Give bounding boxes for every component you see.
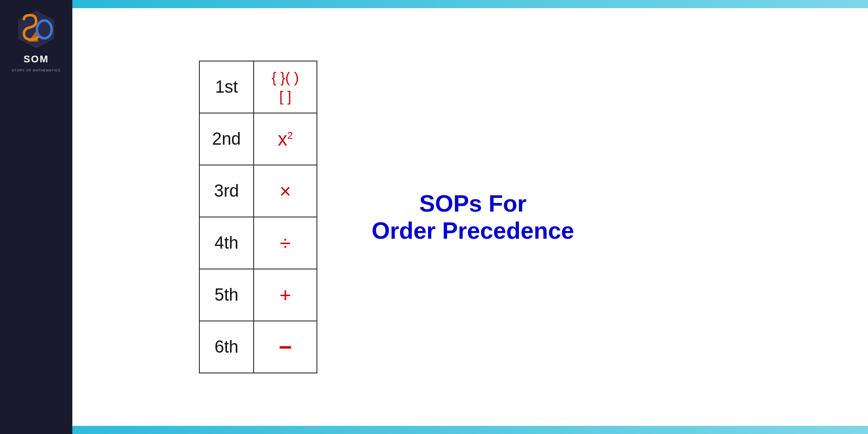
- symbol-brackets: { }( )[ ]: [254, 61, 317, 113]
- table-row: 2nd x2: [199, 113, 317, 165]
- rank-5th: 5th: [199, 269, 254, 321]
- main-content: 1st { }( )[ ] 2nd x2 3rd × 4th ÷ 5th + 6…: [72, 8, 868, 426]
- logo-container: SOM STORY OF MATHEMATICS: [12, 9, 60, 72]
- order-table: 1st { }( )[ ] 2nd x2 3rd × 4th ÷ 5th + 6…: [199, 61, 317, 373]
- symbol-subtract: −: [254, 321, 317, 373]
- sidebar: SOM STORY OF MATHEMATICS: [0, 0, 72, 434]
- title-line2: Order Precedence: [372, 217, 574, 244]
- logo-text: SOM: [24, 53, 49, 65]
- logo-subtext: STORY OF MATHEMATICS: [12, 69, 60, 72]
- symbol-multiply: ×: [254, 165, 317, 217]
- rank-3rd: 3rd: [199, 165, 254, 217]
- logo-icon: [16, 9, 57, 50]
- bottom-stripe: [0, 426, 868, 434]
- symbol-add: +: [254, 269, 317, 321]
- top-stripe: [72, 0, 868, 8]
- rank-4th: 4th: [199, 217, 254, 269]
- rank-2nd: 2nd: [199, 113, 254, 165]
- symbol-exponent: x2: [254, 113, 317, 165]
- table-row: 4th ÷: [199, 217, 317, 269]
- table-row: 1st { }( )[ ]: [199, 61, 317, 113]
- sops-title: SOPs For Order Precedence: [372, 190, 574, 244]
- table-row: 3rd ×: [199, 165, 317, 217]
- symbol-divide: ÷: [254, 217, 317, 269]
- table-row: 6th −: [199, 321, 317, 373]
- rank-1st: 1st: [199, 61, 254, 113]
- rank-6th: 6th: [199, 321, 254, 373]
- table-row: 5th +: [199, 269, 317, 321]
- title-line1: SOPs For: [372, 190, 574, 217]
